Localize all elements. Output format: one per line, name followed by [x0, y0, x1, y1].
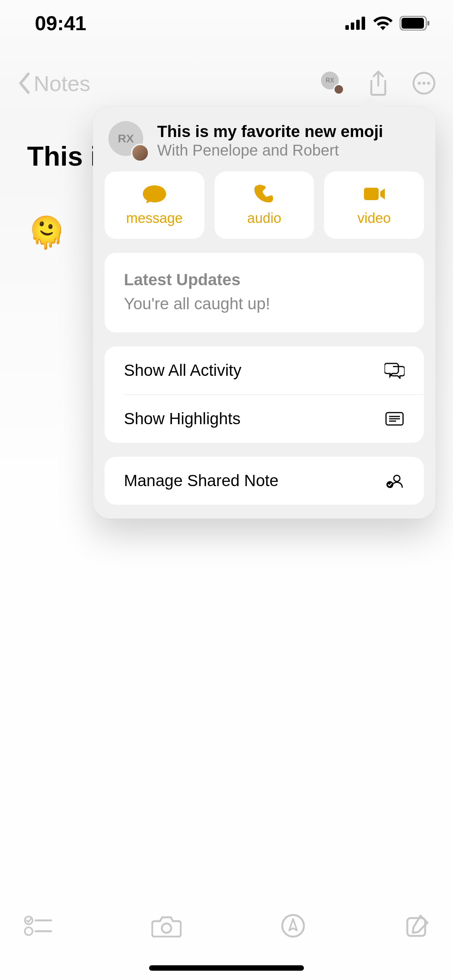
audio-button[interactable]: audio: [214, 171, 314, 239]
svg-point-22: [162, 923, 171, 933]
svg-rect-3: [362, 17, 365, 30]
popover-header: RX This is my favorite new emoji With Pe…: [105, 118, 424, 171]
show-highlights-label: Show Highlights: [124, 409, 240, 428]
popover-avatar: RX: [108, 121, 147, 160]
show-all-activity-button[interactable]: Show All Activity: [105, 346, 424, 394]
updates-body: You're all caught up!: [124, 295, 405, 313]
activity-menu-card: Show All Activity Show Highlights: [105, 346, 424, 443]
status-indicators: [345, 16, 430, 31]
back-label: Notes: [34, 71, 90, 96]
phone-icon: [252, 184, 277, 204]
action-row: message audio video: [105, 171, 424, 239]
video-icon: [362, 184, 386, 204]
svg-rect-1: [351, 22, 354, 30]
share-icon[interactable]: [367, 70, 389, 96]
svg-rect-0: [345, 25, 349, 30]
show-highlights-button[interactable]: Show Highlights: [105, 395, 424, 443]
popover-subtitle: With Penelope and Robert: [157, 142, 383, 159]
manage-menu-card: Manage Shared Note: [105, 457, 424, 505]
collaborators-button[interactable]: RX: [321, 72, 344, 95]
navigation-bar: Notes RX: [0, 62, 453, 105]
collaboration-popover: RX This is my favorite new emoji With Pe…: [93, 106, 436, 519]
svg-point-20: [25, 927, 33, 935]
show-activity-label: Show All Activity: [124, 361, 241, 380]
svg-rect-2: [356, 20, 360, 30]
status-time: 09:41: [35, 12, 86, 35]
message-label: message: [126, 210, 183, 226]
activity-icon: [384, 362, 405, 379]
more-icon[interactable]: [412, 72, 436, 95]
svg-rect-6: [427, 21, 429, 26]
compose-icon[interactable]: [405, 913, 430, 938]
svg-point-16: [394, 475, 400, 481]
latest-updates-card: Latest Updates You're all caught up!: [105, 253, 424, 332]
wifi-icon: [373, 16, 393, 30]
collaborator-avatar-photo: [333, 84, 344, 95]
markup-icon[interactable]: [281, 913, 305, 938]
home-indicator[interactable]: [149, 965, 304, 971]
cellular-icon: [345, 17, 366, 30]
message-icon: [142, 184, 167, 204]
back-button[interactable]: Notes: [17, 71, 90, 96]
popover-title: This is my favorite new emoji: [157, 122, 383, 141]
svg-rect-5: [402, 18, 424, 29]
checklist-icon[interactable]: [23, 914, 52, 937]
bottom-toolbar: [0, 903, 453, 949]
svg-point-10: [427, 82, 430, 85]
svg-rect-11: [364, 188, 379, 200]
updates-heading: Latest Updates: [124, 271, 405, 289]
manage-shared-note-button[interactable]: Manage Shared Note: [105, 457, 424, 505]
video-label: video: [357, 210, 391, 226]
avatar-photo: [131, 144, 149, 162]
svg-point-8: [418, 82, 421, 85]
highlights-icon: [384, 410, 405, 427]
audio-label: audio: [247, 210, 281, 226]
status-bar: 09:41: [0, 0, 453, 46]
svg-point-9: [422, 82, 426, 85]
battery-icon: [400, 16, 430, 31]
manage-shared-label: Manage Shared Note: [124, 471, 278, 490]
video-button[interactable]: video: [324, 171, 424, 239]
manage-shared-icon: [384, 472, 405, 489]
camera-icon[interactable]: [151, 914, 182, 937]
chevron-left-icon: [17, 72, 31, 94]
message-button[interactable]: message: [105, 171, 204, 239]
